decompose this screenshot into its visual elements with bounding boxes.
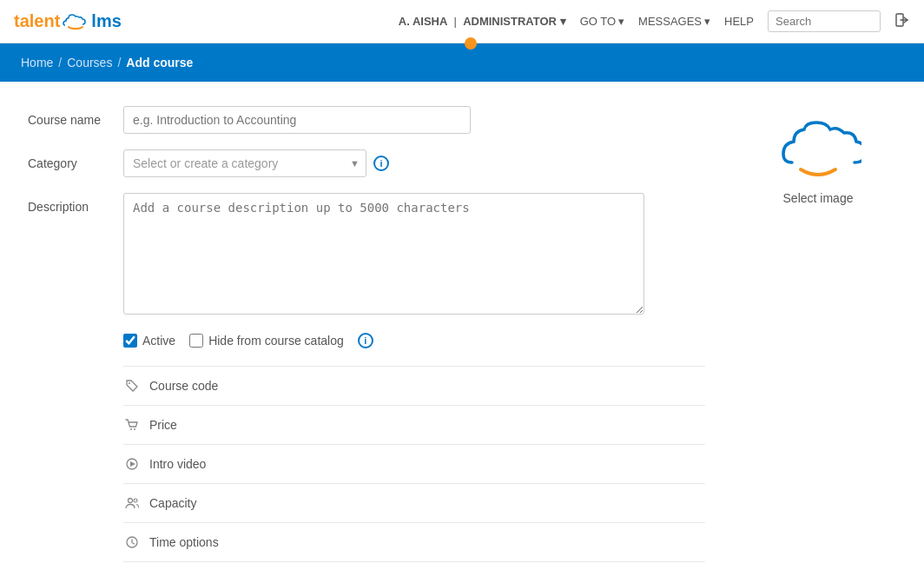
- hide-catalog-label: Hide from course catalog: [208, 334, 344, 348]
- course-code-label: Course code: [149, 379, 218, 393]
- notification-dot: [465, 37, 477, 50]
- description-textarea[interactable]: [123, 193, 644, 315]
- tag-icon: [123, 377, 141, 394]
- category-label: Category: [28, 149, 123, 170]
- category-select-wrap: Select or create a category ▼: [123, 149, 366, 177]
- course-name-label: Course name: [28, 106, 123, 127]
- active-label: Active: [142, 334, 175, 348]
- clock-icon: [123, 534, 141, 551]
- hide-catalog-checkbox[interactable]: [189, 334, 203, 348]
- time-options-label: Time options: [149, 535, 219, 549]
- hide-catalog-checkbox-item[interactable]: Hide from course catalog: [189, 334, 344, 348]
- messages-nav[interactable]: MESSAGES ▾: [638, 15, 710, 28]
- form-section: Course name Category Select or create a …: [28, 106, 705, 570]
- course-name-row: Course name: [28, 106, 705, 134]
- goto-nav[interactable]: GO TO ▾: [580, 15, 624, 28]
- category-row: Category Select or create a category ▼ i: [28, 149, 705, 177]
- breadcrumb-current: Add course: [126, 56, 193, 70]
- description-label: Description: [28, 193, 123, 214]
- header-right: A. AISHA | ADMINISTRATOR ▾ GO TO ▾ MESSA…: [399, 10, 910, 32]
- course-name-input[interactable]: [123, 106, 471, 134]
- logo-talent: talent: [14, 11, 60, 31]
- svg-marker-6: [130, 461, 135, 467]
- users-icon: [123, 494, 141, 512]
- play-icon: [123, 455, 141, 473]
- svg-point-4: [134, 428, 135, 430]
- price-label: Price: [149, 418, 177, 432]
- active-checkbox-item[interactable]: Active: [123, 334, 175, 348]
- hide-catalog-info-icon[interactable]: i: [358, 333, 373, 348]
- collapsible-item-course-code[interactable]: Course code: [123, 367, 705, 406]
- logout-button[interactable]: [894, 12, 910, 31]
- cart-icon: [123, 416, 141, 434]
- breadcrumb-courses[interactable]: Courses: [67, 56, 112, 70]
- select-image-label: Select image: [783, 191, 854, 205]
- checkbox-row: Active Hide from course catalog i: [123, 333, 705, 348]
- logo-cloud-icon: [60, 13, 91, 30]
- category-select[interactable]: Select or create a category: [123, 149, 366, 177]
- collapsible-item-time-options[interactable]: Time options: [123, 523, 705, 562]
- help-nav[interactable]: HELP: [724, 15, 754, 28]
- main-content: Course name Category Select or create a …: [0, 82, 924, 570]
- svg-point-2: [129, 382, 130, 384]
- header: talent lms A. AISHA | ADMINISTRATOR ▾ GO…: [0, 0, 924, 43]
- capacity-label: Capacity: [149, 496, 196, 510]
- cloud-image-placeholder[interactable]: [775, 115, 861, 184]
- description-row: Description: [28, 193, 705, 317]
- svg-point-8: [134, 499, 137, 502]
- collapsible-item-certificate[interactable]: Certificate: [123, 562, 705, 570]
- breadcrumb-home[interactable]: Home: [21, 56, 53, 70]
- image-section: Select image: [740, 106, 896, 570]
- breadcrumb: Home / Courses / Add course: [0, 43, 924, 82]
- svg-point-7: [129, 499, 133, 503]
- intro-video-label: Intro video: [149, 457, 206, 471]
- header-user: A. AISHA | ADMINISTRATOR ▾: [399, 15, 566, 28]
- collapsible-list: Course code Price Intro video: [123, 366, 705, 570]
- collapsible-item-intro-video[interactable]: Intro video: [123, 445, 705, 484]
- collapsible-item-price[interactable]: Price: [123, 406, 705, 445]
- search-input[interactable]: [768, 10, 881, 32]
- collapsible-item-capacity[interactable]: Capacity: [123, 484, 705, 523]
- form-layout: Course name Category Select or create a …: [28, 106, 896, 570]
- category-info-icon[interactable]: i: [373, 156, 389, 171]
- active-checkbox[interactable]: [123, 334, 137, 348]
- logo: talent lms: [14, 11, 122, 31]
- logo-lms: lms: [91, 11, 121, 31]
- svg-point-3: [130, 428, 132, 430]
